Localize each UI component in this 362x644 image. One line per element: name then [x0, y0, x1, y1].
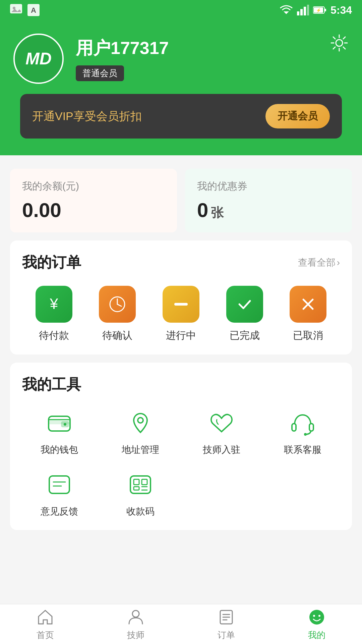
tool-qrcode[interactable]: 收款码 [103, 470, 178, 518]
svg-point-23 [138, 418, 143, 423]
nav-label-mine: 我的 [308, 629, 325, 641]
svg-rect-5 [297, 11, 299, 15]
svg-rect-24 [292, 424, 296, 431]
location-icon [125, 408, 156, 438]
order-item-pending-confirm[interactable]: 待确认 [99, 286, 136, 342]
tool-label-service: 联系客服 [284, 443, 321, 456]
wallet-icon [44, 408, 74, 438]
orders-header: 我的订单 查看全部 › [22, 253, 340, 272]
avatar-text: MD [25, 49, 52, 68]
status-bar: A ⚡ 5:34 [0, 0, 362, 20]
home-icon [36, 608, 55, 627]
person-icon [126, 608, 145, 627]
order-icon-progress [163, 286, 199, 323]
tool-wallet[interactable]: 我的钱包 [22, 408, 97, 456]
svg-rect-8 [307, 5, 309, 15]
tools-title: 我的工具 [22, 375, 81, 394]
svg-text:A: A [31, 6, 36, 14]
tool-label-qrcode: 收款码 [126, 505, 155, 518]
view-all-orders[interactable]: 查看全部 › [298, 256, 340, 269]
orders-section: 我的订单 查看全部 › ¥ 待付款 [10, 240, 352, 355]
profile-name: 用户177317 [76, 37, 349, 60]
svg-point-43 [318, 615, 320, 617]
nav-item-orders[interactable]: 订单 [217, 608, 236, 641]
order-item-pending-payment[interactable]: ¥ 待付款 [36, 286, 72, 342]
coupon-value: 0张 [197, 199, 340, 222]
svg-text:⚡: ⚡ [316, 8, 321, 13]
order-icons: ¥ 待付款 待确认 [22, 286, 340, 342]
face-icon [307, 608, 326, 627]
header-section: MD 用户177317 普通会员 [0, 20, 362, 104]
nav-label-orders: 订单 [218, 629, 235, 641]
status-icons-left: A [10, 4, 40, 16]
svg-text:¥: ¥ [50, 296, 58, 312]
order-icon-money: ¥ [36, 286, 72, 323]
tools-header: 我的工具 [22, 375, 340, 394]
nav-item-mine[interactable]: 我的 [307, 608, 326, 641]
main-content: 我的余额(元) 0.00 我的优惠券 0张 我的订单 查看全部 › ¥ [0, 155, 362, 548]
svg-point-36 [132, 610, 139, 617]
svg-rect-32 [142, 479, 147, 485]
tool-technician[interactable]: 技师入驻 [184, 408, 259, 456]
tool-label-feedback: 意见反馈 [41, 505, 78, 518]
a-icon: A [27, 4, 40, 16]
svg-point-42 [313, 615, 315, 617]
signal-icon [297, 5, 309, 15]
vip-banner: 开通VIP享受会员折扣 开通会员 [20, 94, 342, 139]
svg-point-41 [309, 610, 324, 625]
image-icon [10, 4, 22, 16]
order-label-3: 已完成 [230, 329, 260, 342]
orders-title: 我的订单 [22, 253, 81, 272]
tools-section: 我的工具 我的钱包 [10, 363, 352, 530]
svg-rect-31 [134, 479, 139, 485]
order-label-1: 待确认 [102, 329, 132, 342]
tools-grid-row2: 意见反馈 收款码 [22, 470, 340, 518]
svg-marker-4 [284, 11, 289, 14]
order-item-in-progress[interactable]: 进行中 [163, 286, 199, 342]
member-badge: 普通会员 [76, 65, 124, 81]
svg-point-26 [304, 433, 307, 436]
profile-info: 用户177317 普通会员 [76, 37, 349, 81]
order-label-0: 待付款 [39, 329, 69, 342]
svg-point-13 [336, 40, 343, 46]
svg-rect-11 [324, 9, 326, 11]
svg-rect-33 [134, 487, 139, 490]
status-icons-right: ⚡ 5:34 [280, 4, 352, 16]
svg-rect-25 [309, 424, 313, 431]
order-label-2: 进行中 [166, 329, 196, 342]
order-icon-clock [99, 286, 136, 323]
nav-label-technician: 技师 [127, 629, 144, 641]
tool-service[interactable]: 联系客服 [265, 408, 340, 456]
avatar: MD [13, 34, 64, 84]
tool-feedback[interactable]: 意见反馈 [22, 470, 97, 518]
nav-item-home[interactable]: 首页 [36, 608, 55, 641]
coupon-card[interactable]: 我的优惠券 0张 [185, 169, 352, 232]
order-item-completed[interactable]: 已完成 [226, 286, 263, 342]
svg-rect-16 [174, 303, 188, 306]
svg-rect-6 [300, 9, 303, 15]
coupon-label: 我的优惠券 [197, 179, 340, 193]
tools-grid-row1: 我的钱包 地址管理 [22, 408, 340, 456]
balance-cards: 我的余额(元) 0.00 我的优惠券 0张 [10, 169, 352, 232]
tool-address[interactable]: 地址管理 [103, 408, 178, 456]
order-icon-cross [290, 286, 326, 323]
svg-point-22 [64, 423, 66, 426]
svg-rect-7 [304, 7, 306, 15]
vip-banner-wrapper: 开通VIP享受会员折扣 开通会员 [0, 94, 362, 155]
tool-label-wallet: 我的钱包 [41, 443, 78, 456]
heart-icon [206, 408, 237, 438]
vip-open-button[interactable]: 开通会员 [265, 104, 330, 128]
svg-rect-27 [49, 476, 69, 493]
wifi-icon [280, 5, 293, 15]
vip-text: 开通VIP享受会员折扣 [32, 109, 142, 124]
nav-item-technician[interactable]: 技师 [126, 608, 145, 641]
feedback-icon [44, 470, 74, 500]
order-item-cancelled[interactable]: 已取消 [290, 286, 326, 342]
headset-icon [288, 408, 318, 438]
balance-label: 我的余额(元) [22, 179, 165, 193]
order-label-4: 已取消 [293, 329, 323, 342]
settings-button[interactable] [330, 34, 349, 52]
order-icon-check [226, 286, 263, 323]
tool-label-technician: 技师入驻 [203, 443, 240, 456]
balance-card[interactable]: 我的余额(元) 0.00 [10, 169, 177, 232]
